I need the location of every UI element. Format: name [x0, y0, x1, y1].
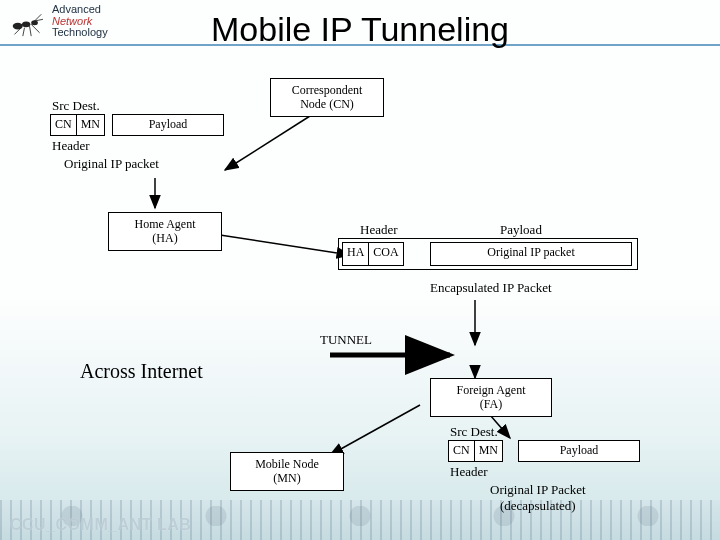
- cell-mn-2: MN: [475, 441, 502, 461]
- orig-header-box-1: CN MN: [50, 114, 105, 136]
- cell-cn-2: CN: [449, 441, 475, 461]
- node-ha-l2: (HA): [115, 231, 215, 245]
- cell-mn-1: MN: [77, 115, 104, 135]
- footer-lab-text: CCU_COMM_ANT LAB: [10, 516, 191, 534]
- svg-line-15: [330, 405, 420, 455]
- node-fa-l2: (FA): [437, 397, 545, 411]
- node-mn: Mobile Node (MN): [230, 452, 344, 491]
- label-header-2: Header: [360, 222, 398, 238]
- node-ha-l1: Home Agent: [115, 217, 215, 231]
- node-mn-l2: (MN): [237, 471, 337, 485]
- label-encapsulated: Encapsulated IP Packet: [430, 280, 552, 296]
- label-header-3: Header: [450, 464, 488, 480]
- node-cn: Correspondent Node (CN): [270, 78, 384, 117]
- node-cn-l1: Correspondent: [277, 83, 377, 97]
- node-cn-l2: Node (CN): [277, 97, 377, 111]
- payload-box-3: Payload: [518, 440, 640, 462]
- label-across-internet: Across Internet: [80, 360, 203, 383]
- encap-outer-box: [338, 238, 638, 270]
- decap-header-box: CN MN: [448, 440, 503, 462]
- svg-line-11: [220, 235, 350, 255]
- label-original-1: Original IP packet: [64, 156, 159, 172]
- label-src-dest-1: Src Dest.: [52, 98, 100, 114]
- node-fa-l1: Foreign Agent: [437, 383, 545, 397]
- decap-l1: Original IP Packet: [490, 482, 586, 497]
- label-decapsulated: Original IP Packet (decapsulated): [490, 482, 586, 514]
- payload-box-1: Payload: [112, 114, 224, 136]
- page-title: Mobile IP Tunneling: [0, 10, 720, 49]
- decap-l2: (decapsulated): [500, 498, 576, 513]
- node-ha: Home Agent (HA): [108, 212, 222, 251]
- cell-cn-1: CN: [51, 115, 77, 135]
- node-mn-l1: Mobile Node: [237, 457, 337, 471]
- svg-line-9: [225, 116, 310, 170]
- label-tunnel: TUNNEL: [320, 332, 372, 348]
- label-header-1: Header: [52, 138, 90, 154]
- label-src-dest-2: Src Dest.: [450, 424, 498, 440]
- diagram-canvas: Src Dest. CN MN Payload Header Original …: [30, 60, 690, 500]
- label-payload-2: Payload: [500, 222, 542, 238]
- node-fa: Foreign Agent (FA): [430, 378, 552, 417]
